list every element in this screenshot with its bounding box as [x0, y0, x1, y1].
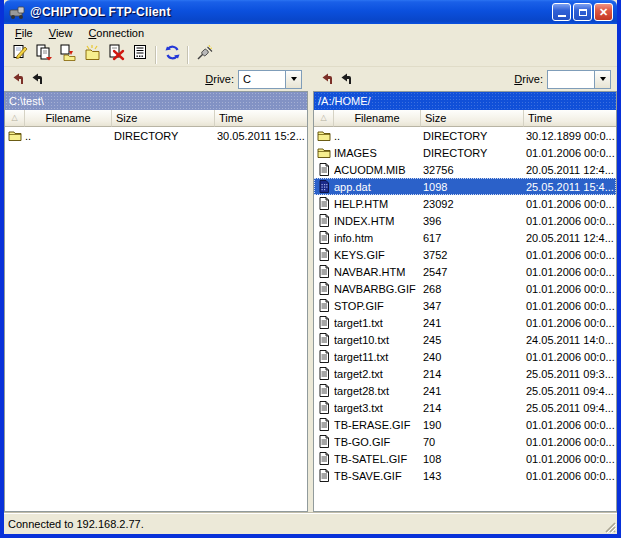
- delete-file-button[interactable]: [104, 44, 128, 66]
- file-name: INDEX.HTM: [334, 214, 421, 227]
- right-file-row[interactable]: target11.txt24001.01.2006 00:0...: [314, 348, 616, 365]
- left-column-header-time[interactable]: Time: [215, 110, 307, 127]
- new-folder-button[interactable]: [80, 44, 104, 66]
- file-time: 01.01.2006 00:0...: [524, 146, 616, 159]
- file-time: 01.01.2006 00:0...: [524, 435, 616, 448]
- left-drive-label: Drive:: [205, 73, 234, 85]
- sort-indicator-column-header[interactable]: △: [5, 110, 25, 127]
- right-file-row[interactable]: KEYS.GIF375201.01.2006 00:0...: [314, 246, 616, 263]
- file-time: 01.01.2006 00:0...: [524, 214, 616, 227]
- sort-triangle-icon: △: [320, 114, 326, 122]
- right-column-header-time[interactable]: Time: [524, 110, 616, 127]
- file-time: 01.01.2006 00:0...: [524, 418, 616, 431]
- refresh-button[interactable]: [160, 44, 184, 66]
- file-size: 3752: [421, 248, 524, 261]
- file-time: 01.01.2006 00:0...: [524, 197, 616, 210]
- right-file-row[interactable]: ACUODM.MIB3275620.05.2011 12:4...: [314, 161, 616, 178]
- right-file-row[interactable]: app.dat109825.05.2011 15:4...: [314, 178, 616, 195]
- right-file-row[interactable]: info.htm61720.05.2011 12:4...: [314, 229, 616, 246]
- folder-icon: [314, 129, 334, 142]
- chevron-down-icon[interactable]: [594, 71, 610, 88]
- minimize-button[interactable]: [552, 3, 571, 21]
- menu-item-view[interactable]: View: [41, 25, 81, 42]
- local-panel: Drive:CC:\test\△FilenameSizeTime..DIRECT…: [4, 67, 308, 512]
- left-drive-select[interactable]: C: [238, 70, 302, 89]
- file-time: 01.01.2006 00:0...: [524, 469, 616, 482]
- move-to-folder-button[interactable]: [56, 44, 80, 66]
- root-dir-arrow-icon[interactable]: [321, 73, 334, 85]
- right-current-path: /A:/HOME/: [314, 92, 616, 110]
- right-file-row[interactable]: ..DIRECTORY30.12.1899 00:0...: [314, 127, 616, 144]
- chevron-down-icon[interactable]: [285, 71, 301, 88]
- file-size: 241: [421, 316, 524, 329]
- sort-indicator-column-header[interactable]: △: [314, 110, 334, 127]
- file-icon: [314, 316, 334, 329]
- title-bar[interactable]: @CHIPTOOL FTP-Client ✕: [4, 0, 617, 24]
- connect-button[interactable]: [192, 44, 216, 66]
- right-file-row[interactable]: target28.txt24125.05.2011 09:4...: [314, 382, 616, 399]
- right-file-row[interactable]: target2.txt21425.05.2011 09:3...: [314, 365, 616, 382]
- file-name: target28.txt: [334, 384, 421, 397]
- right-file-row[interactable]: TB-SATEL.GIF10801.01.2006 00:0...: [314, 450, 616, 467]
- right-file-row[interactable]: STOP.GIF34701.01.2006 00:0...: [314, 297, 616, 314]
- right-column-header-filename[interactable]: Filename: [334, 110, 421, 127]
- right-file-row[interactable]: NAVBARBG.GIF26801.01.2006 00:0...: [314, 280, 616, 297]
- file-properties-button[interactable]: [128, 44, 152, 66]
- right-file-row[interactable]: HELP.HTM2309201.01.2006 00:0...: [314, 195, 616, 212]
- right-file-row[interactable]: INDEX.HTM39601.01.2006 00:0...: [314, 212, 616, 229]
- left-column-header-size[interactable]: Size: [112, 110, 215, 127]
- right-file-row[interactable]: NAVBAR.HTM254701.01.2006 00:0...: [314, 263, 616, 280]
- file-name: ..: [25, 129, 112, 142]
- file-size: 347: [421, 299, 524, 312]
- file-time: 01.01.2006 00:0...: [524, 452, 616, 465]
- file-time: 01.01.2006 00:0...: [524, 282, 616, 295]
- menu-item-file[interactable]: File: [7, 25, 41, 42]
- close-button[interactable]: ✕: [594, 3, 613, 21]
- file-size: DIRECTORY: [112, 129, 215, 142]
- resize-grip-icon[interactable]: [602, 519, 616, 533]
- file-size: 70: [421, 435, 524, 448]
- file-icon: [314, 469, 334, 482]
- file-time: 20.05.2011 12:4...: [524, 163, 616, 176]
- right-file-row[interactable]: target10.txt24524.05.2011 14:0...: [314, 331, 616, 348]
- right-file-row[interactable]: target3.txt21425.05.2011 09:4...: [314, 399, 616, 416]
- file-name: target1.txt: [334, 316, 421, 329]
- right-file-row[interactable]: TB-SAVE.GIF14301.01.2006 00:0...: [314, 467, 616, 484]
- parent-dir-arrow-icon[interactable]: [31, 73, 44, 85]
- right-file-row[interactable]: TB-ERASE.GIF19001.01.2006 00:0...: [314, 416, 616, 433]
- file-time: 24.05.2011 14:0...: [524, 333, 616, 346]
- right-file-row[interactable]: IMAGESDIRECTORY01.01.2006 00:0...: [314, 144, 616, 161]
- right-file-row[interactable]: target1.txt24101.01.2006 00:0...: [314, 314, 616, 331]
- file-name: target3.txt: [334, 401, 421, 414]
- maximize-button[interactable]: [573, 3, 592, 21]
- file-size: 23092: [421, 197, 524, 210]
- file-icon: [314, 367, 334, 380]
- right-drive-select[interactable]: [547, 70, 611, 89]
- move-to-folder-icon: [60, 44, 77, 65]
- left-panel-body: C:\test\△FilenameSizeTime..DIRECTORY30.0…: [4, 91, 308, 512]
- new-file-button[interactable]: [8, 44, 32, 66]
- left-column-header-filename[interactable]: Filename: [25, 110, 112, 127]
- right-column-header-size[interactable]: Size: [421, 110, 524, 127]
- file-name: TB-GO.GIF: [334, 435, 421, 448]
- menu-item-connection[interactable]: Connection: [80, 25, 152, 42]
- file-name: ..: [334, 129, 421, 142]
- file-time: 01.01.2006 00:0...: [524, 265, 616, 278]
- parent-dir-arrow-icon[interactable]: [340, 73, 353, 85]
- file-time: 25.05.2011 15:4...: [524, 180, 616, 193]
- window-title: @CHIPTOOL FTP-Client: [30, 5, 550, 19]
- left-file-row[interactable]: ..DIRECTORY30.05.2011 15:2...: [5, 127, 307, 144]
- copy-file-button[interactable]: [32, 44, 56, 66]
- file-icon: [314, 231, 334, 244]
- file-size: 1098: [421, 180, 524, 193]
- refresh-icon: [164, 44, 181, 65]
- delete-file-icon: [108, 44, 125, 65]
- toolbar-separator: [187, 46, 189, 64]
- folder-icon: [314, 146, 334, 159]
- file-icon: [314, 197, 334, 210]
- right-drive-label: Drive:: [514, 73, 543, 85]
- file-panels: Drive:CC:\test\△FilenameSizeTime..DIRECT…: [4, 67, 617, 512]
- root-dir-arrow-icon[interactable]: [12, 73, 25, 85]
- right-file-row[interactable]: TB-GO.GIF7001.01.2006 00:0...: [314, 433, 616, 450]
- file-icon: [314, 282, 334, 295]
